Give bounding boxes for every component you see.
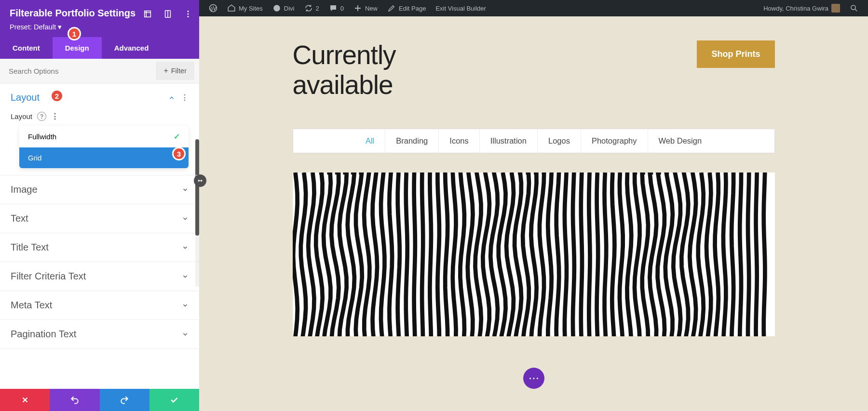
chevron-up-icon [168, 94, 175, 101]
chevron-down-icon [182, 186, 189, 193]
option-fullwidth[interactable]: Fullwidth ✓ [19, 126, 189, 147]
tab-advanced[interactable]: Advanced [102, 37, 162, 59]
svg-point-2 [851, 5, 855, 10]
expand-icon[interactable] [143, 10, 152, 18]
help-icon[interactable]: ? [37, 112, 46, 121]
sidebar-body: Layout ⋮ 2 Layout ? ⋮ Fullwidth ✓ Grid 3 [0, 83, 199, 389]
chevron-down-icon [182, 302, 189, 309]
chevron-down-icon [182, 331, 189, 338]
section-pagination-text-head[interactable]: Pagination Text [0, 320, 199, 348]
search-icon[interactable] [845, 0, 863, 16]
chevron-down-icon [182, 215, 189, 222]
layout-options: Fullwidth ✓ Grid 3 [19, 126, 189, 168]
search-row: +Filter [0, 59, 199, 83]
section-meta-text-head[interactable]: Meta Text [0, 291, 199, 319]
section-text-head[interactable]: Text [0, 204, 199, 233]
section-layout-title: Layout [11, 92, 168, 103]
save-button[interactable] [149, 389, 199, 411]
chevron-down-icon [182, 244, 189, 251]
svg-rect-3 [145, 11, 151, 17]
hero-row: Currently available Shop Prints [293, 40, 775, 100]
updates-link[interactable]: 2 [299, 0, 324, 16]
search-input[interactable] [0, 60, 156, 82]
tab-design[interactable]: Design [53, 37, 102, 59]
filter-tab-illustration[interactable]: Illustration [480, 129, 538, 153]
section-image-head[interactable]: Image [0, 175, 199, 204]
sub-menu-icon[interactable]: ⋮ [51, 112, 59, 121]
svg-point-5 [187, 11, 189, 12]
section-filter-criteria-head[interactable]: Filter Criteria Text [0, 262, 199, 291]
filter-tab-web-design[interactable]: Web Design [648, 129, 713, 153]
filter-tab-logos[interactable]: Logos [538, 129, 581, 153]
preview-canvas: Currently available Shop Prints AllBrand… [199, 16, 868, 411]
menu-dots-icon[interactable] [184, 10, 192, 18]
svg-point-6 [187, 13, 189, 14]
badge-2: 2 [50, 89, 64, 103]
option-grid[interactable]: Grid 3 [19, 147, 189, 168]
portfolio-item[interactable] [293, 172, 775, 336]
section-title-text-head[interactable]: Title Text [0, 233, 199, 262]
sidebar-header: Filterable Portfolio Settings Preset: De… [0, 0, 199, 37]
new-link[interactable]: New [349, 0, 382, 16]
my-sites-link[interactable]: My Sites [222, 0, 268, 16]
cancel-button[interactable] [0, 389, 50, 411]
undo-button[interactable] [50, 389, 99, 411]
svg-point-7 [187, 16, 189, 17]
section-layout: Layout ⋮ 2 Layout ? ⋮ Fullwidth ✓ Grid 3 [0, 83, 199, 175]
badge-3: 3 [172, 147, 186, 160]
user-avatar [831, 4, 840, 13]
resize-handle[interactable] [194, 174, 206, 187]
responsive-icon[interactable] [163, 10, 172, 18]
settings-sidebar: Filterable Portfolio Settings Preset: De… [0, 0, 199, 411]
wp-admin-bar: My Sites Divi 2 0 New Edit Page Exit Vis… [199, 0, 868, 16]
tab-content[interactable]: Content [0, 37, 53, 59]
filter-tab-all[interactable]: All [355, 129, 385, 153]
edit-page-link[interactable]: Edit Page [382, 0, 431, 16]
svg-point-1 [273, 5, 280, 12]
redo-button[interactable] [100, 389, 149, 411]
comments-link[interactable]: 0 [324, 0, 349, 16]
shop-prints-button[interactable]: Shop Prints [697, 40, 774, 68]
filter-tab-branding[interactable]: Branding [385, 129, 439, 153]
preset-selector[interactable]: Preset: Default▾ [10, 23, 62, 31]
stripes-image [293, 172, 775, 336]
filter-button[interactable]: +Filter [156, 62, 194, 80]
layout-sub-label: Layout [11, 112, 32, 120]
section-menu-icon[interactable]: ⋮ [181, 93, 189, 102]
divi-link[interactable]: Divi [268, 0, 299, 16]
hero-title: Currently available [293, 40, 396, 100]
badge-1: 1 [68, 27, 81, 40]
filter-tab-icons[interactable]: Icons [439, 129, 479, 153]
portfolio-filters: AllBrandingIconsIllustrationLogosPhotogr… [293, 129, 775, 153]
sidebar-footer [0, 389, 199, 411]
chevron-down-icon [182, 273, 189, 280]
exit-builder-link[interactable]: Exit Visual Builder [431, 0, 491, 16]
wp-logo[interactable] [204, 0, 222, 16]
howdy-user[interactable]: Howdy, Christina Gwira [759, 0, 845, 16]
check-icon: ✓ [174, 132, 180, 141]
tabs: Content Design Advanced [0, 37, 199, 59]
layout-sub-head: Layout ? ⋮ [0, 112, 199, 126]
filter-tab-photography[interactable]: Photography [581, 129, 648, 153]
page-settings-fab[interactable]: ⋯ [523, 368, 544, 389]
section-layout-head[interactable]: Layout ⋮ [0, 83, 199, 112]
